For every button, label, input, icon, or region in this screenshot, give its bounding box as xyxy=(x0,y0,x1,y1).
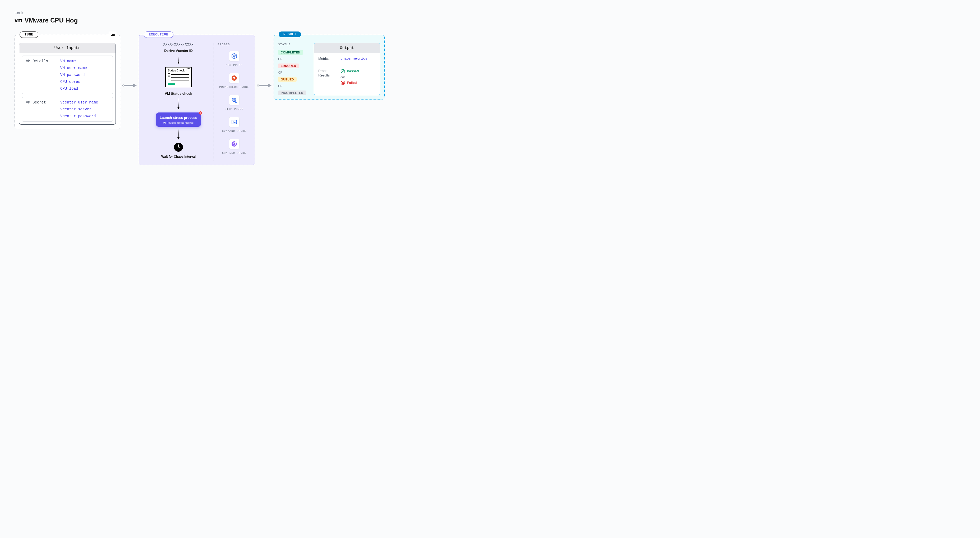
input-section-values: Vcenter user nameVcenter serverVcenter p… xyxy=(60,100,98,118)
vmware-tab-icon: vm xyxy=(186,67,192,71)
user-inputs-heading: User Inputs xyxy=(19,43,116,53)
vmware-logo-icon: vm xyxy=(14,17,22,24)
or-divider: OR xyxy=(278,85,309,88)
svg-marker-33 xyxy=(268,84,272,87)
probe-result-failed: Failed xyxy=(340,80,375,85)
status-queued: QUEUED xyxy=(278,77,297,82)
clock-icon xyxy=(174,143,183,152)
input-section-label: VM Details xyxy=(26,59,57,91)
progress-bar-icon xyxy=(168,83,175,85)
probes-heading: PROBES xyxy=(218,43,251,46)
input-field: Vcenter server xyxy=(60,107,98,112)
result-stage: RESULT STATUS COMPLETEDORERROREDORQUEUED… xyxy=(274,35,385,100)
stress-title: Launch stress process xyxy=(159,116,198,120)
pin-icon xyxy=(198,111,202,115)
arrow-down-icon xyxy=(177,129,180,140)
x-circle-icon xyxy=(340,80,345,85)
svg-point-34 xyxy=(341,69,345,73)
probe-label: COMMAND PROBE xyxy=(222,129,246,133)
svg-point-31 xyxy=(257,85,259,86)
checklist-row xyxy=(168,76,189,78)
checklist-row xyxy=(168,73,189,75)
fault-name: VMware CPU Hog xyxy=(25,17,78,24)
arrow-down-icon xyxy=(177,99,180,110)
probe-item: K8S PROBE xyxy=(218,51,251,67)
status-incompleted: INCOMPLETED xyxy=(278,91,306,95)
prometheus-probe-icon xyxy=(229,73,240,83)
metrics-row: Metrics chaos metrics xyxy=(314,53,380,65)
probe-label: HTTP PROBE xyxy=(225,107,243,111)
arrow-right-icon xyxy=(122,82,137,89)
probe-item: SRM SLO PROBE xyxy=(218,139,251,155)
svg-point-0 xyxy=(123,85,124,86)
diagram-canvas: TUNE vm User Inputs VM DetailsVM nameVM … xyxy=(14,35,966,165)
checklist-row xyxy=(168,79,189,81)
input-section: VM DetailsVM nameVM user nameVM password… xyxy=(22,56,113,94)
probe-result-passed: Passed xyxy=(340,69,375,73)
input-section-label: VM Secret xyxy=(26,100,57,118)
k8s-probe-icon xyxy=(229,51,240,61)
input-field: VM user name xyxy=(60,66,87,70)
svg-marker-10 xyxy=(177,137,180,139)
output-heading: Output xyxy=(314,43,380,53)
probe-label: SRM SLO PROBE xyxy=(222,152,246,155)
command-probe-icon xyxy=(229,117,240,127)
svg-rect-25 xyxy=(232,120,237,124)
svg-marker-4 xyxy=(177,62,180,64)
status-completed: COMPLETED xyxy=(278,50,303,55)
svg-marker-2 xyxy=(133,84,137,87)
metrics-value: chaos metrics xyxy=(340,57,375,61)
info-icon xyxy=(163,122,166,124)
status-column: STATUS COMPLETEDORERROREDORQUEUEDORINCOM… xyxy=(278,43,309,95)
probe-item: COMMAND PROBE xyxy=(218,117,251,133)
input-field: Vcenter password xyxy=(60,114,98,118)
user-inputs-card: User Inputs VM DetailsVM nameVM user nam… xyxy=(19,43,116,125)
check-circle-icon xyxy=(340,69,345,73)
output-card: Output Metrics chaos metrics Probe Resul… xyxy=(314,43,380,95)
or-divider: OR xyxy=(278,71,309,74)
svg-marker-6 xyxy=(177,107,180,109)
input-field: VM password xyxy=(60,73,87,77)
status-check-card: vm Status Check xyxy=(165,67,192,87)
or-divider: OR xyxy=(340,76,375,79)
probe-item: PROMETHEUS PROBE xyxy=(218,73,251,89)
vcenter-id-placeholder: XXXX-XXXX-XXXX xyxy=(163,43,194,46)
arrow-tune-to-execution xyxy=(120,82,139,89)
result-badge: RESULT xyxy=(278,32,301,37)
execution-badge: EXECUTION xyxy=(144,32,173,38)
status-heading: STATUS xyxy=(278,43,309,46)
svg-text:!: ! xyxy=(235,101,236,103)
execution-stage: EXECUTION XXXX-XXXX-XXXX Derive Vcenter … xyxy=(139,35,255,165)
input-field: CPU load xyxy=(60,86,87,91)
probe-label: PROMETHEUS PROBE xyxy=(219,85,249,89)
page-title: vm VMware CPU Hog xyxy=(14,17,966,24)
input-section: VM SecretVcenter user nameVcenter server… xyxy=(22,97,113,122)
wait-interval-step: Wait for Chaos Interval xyxy=(161,155,196,159)
input-field: CPU cores xyxy=(60,80,87,84)
execution-flow: XXXX-XXXX-XXXX Derive Vcenter ID vm Stat… xyxy=(143,43,213,161)
vm-status-check-step: VM Status check xyxy=(165,91,192,96)
probe-results-row: Probe Results Passed OR Failed xyxy=(314,65,380,89)
category-label: Fault xyxy=(14,11,966,15)
svg-rect-20 xyxy=(233,79,235,80)
input-field: VM name xyxy=(60,59,87,63)
or-divider: OR xyxy=(278,57,309,61)
probe-item: !HTTP PROBE xyxy=(218,95,251,111)
launch-stress-card: Launch stress process Privilege access r… xyxy=(156,112,201,127)
svg-point-30 xyxy=(235,142,236,143)
probe-results-label: Probe Results xyxy=(318,69,337,78)
arrow-right-icon xyxy=(257,82,272,89)
stress-subtitle: Privilege access required xyxy=(159,121,198,124)
vmware-chip-icon: vm xyxy=(109,32,116,37)
arrow-down-icon xyxy=(177,56,180,65)
http-probe-icon: ! xyxy=(229,95,240,105)
slo-probe-icon xyxy=(229,139,240,149)
probe-label: K8S PROBE xyxy=(226,64,242,67)
metrics-label: Metrics xyxy=(318,57,337,61)
input-section-values: VM nameVM user nameVM passwordCPU coresC… xyxy=(60,59,87,91)
arrow-execution-to-result xyxy=(255,82,274,89)
derive-vcenter-id-step: Derive Vcenter ID xyxy=(164,49,193,53)
page-header: Fault vm VMware CPU Hog xyxy=(14,11,966,24)
status-errored: ERRORED xyxy=(278,64,299,68)
tune-stage: TUNE vm User Inputs VM DetailsVM nameVM … xyxy=(14,35,120,129)
